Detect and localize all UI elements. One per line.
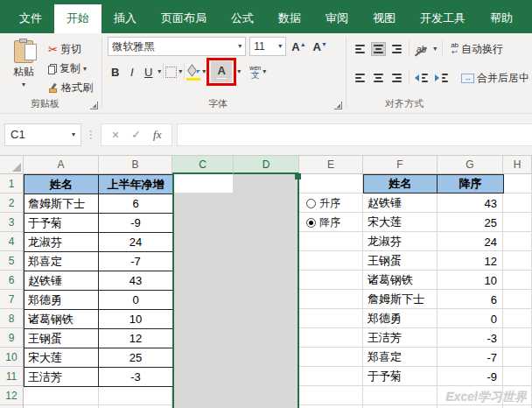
fill-color-icon[interactable] xyxy=(186,67,200,77)
header-cell-name[interactable]: 姓名 xyxy=(364,175,438,193)
format-painter-button[interactable]: 格式刷 xyxy=(46,79,95,97)
col-header-e[interactable]: E xyxy=(299,156,363,174)
col-header-h[interactable]: H xyxy=(503,156,532,174)
merge-center-button[interactable]: ↔ 合并后居中 xyxy=(458,69,532,88)
cell-name[interactable]: 宋大莲 xyxy=(24,348,99,368)
col-header-c[interactable]: C xyxy=(172,156,234,174)
cell-value[interactable]: -9 xyxy=(99,214,173,233)
cell-name[interactable]: 于予菊 xyxy=(24,214,99,233)
sort-option-ascending[interactable]: 升序 xyxy=(301,193,363,213)
middle-align-button[interactable] xyxy=(372,43,385,55)
tab-home[interactable]: 开始 xyxy=(54,4,102,33)
row-header-9[interactable]: 9 xyxy=(0,328,23,348)
cell-value[interactable]: 25 xyxy=(438,213,503,232)
cell-value[interactable]: 25 xyxy=(99,348,173,368)
cell-value[interactable]: 0 xyxy=(438,309,503,328)
cell-name[interactable]: 诸葛钢铁 xyxy=(24,310,99,329)
cell-value[interactable]: 43 xyxy=(438,193,503,213)
row-header-4[interactable]: 4 xyxy=(0,232,23,251)
cell-name[interactable]: 郑德勇 xyxy=(24,291,99,310)
select-all-button[interactable] xyxy=(0,156,24,174)
tab-data[interactable]: 数据 xyxy=(266,4,313,33)
font-size-combo[interactable]: 11 ▾ xyxy=(249,37,286,56)
col-header-b[interactable]: B xyxy=(99,156,172,174)
underline-button[interactable]: U xyxy=(141,66,156,79)
cell-name[interactable]: 龙淑芬 xyxy=(24,233,99,252)
paste-button[interactable]: 粘贴 ▾ xyxy=(5,37,42,96)
cell-value[interactable]: 10 xyxy=(99,310,173,329)
decrease-font-button[interactable]: A▼ xyxy=(312,40,329,53)
cell-name[interactable]: 赵铁锤 xyxy=(363,193,438,213)
name-box[interactable]: C1 ▾ xyxy=(4,123,81,146)
enter-icon[interactable]: ✓ xyxy=(131,128,141,141)
cell-value[interactable]: -3 xyxy=(438,328,503,348)
chevron-down-icon[interactable]: ▾ xyxy=(433,46,437,53)
chevron-down-icon[interactable]: ▾ xyxy=(202,68,206,75)
cell-name[interactable]: 郑喜定 xyxy=(24,252,99,271)
cell-value[interactable]: 12 xyxy=(438,251,503,271)
chevron-down-icon[interactable]: ▾ xyxy=(178,68,182,75)
font-dialog-launcher[interactable] xyxy=(334,102,342,109)
tab-help[interactable]: 帮助 xyxy=(478,4,525,33)
radio-unchecked-icon[interactable] xyxy=(306,199,316,208)
cancel-icon[interactable]: × xyxy=(112,128,119,142)
radio-checked-icon[interactable] xyxy=(306,218,316,228)
formula-bar-grip[interactable]: ⋮ xyxy=(86,129,96,141)
tab-insert[interactable]: 插入 xyxy=(102,4,149,33)
italic-button[interactable]: I xyxy=(124,66,139,79)
row-header-12[interactable]: 12 xyxy=(0,386,23,405)
active-cell-c1[interactable] xyxy=(174,174,234,193)
sort-option-descending[interactable]: 降序 xyxy=(301,213,363,232)
chevron-down-icon[interactable]: ▾ xyxy=(237,68,241,75)
align-right-button[interactable] xyxy=(390,72,403,84)
tab-view[interactable]: 视图 xyxy=(360,4,408,33)
col-header-a[interactable]: A xyxy=(24,156,99,174)
bold-button[interactable]: B xyxy=(108,66,122,79)
cell-value[interactable]: -9 xyxy=(438,367,503,386)
wrap-text-button[interactable]: ab ↩ 自动换行 xyxy=(448,40,506,59)
col-header-d[interactable]: D xyxy=(234,156,299,174)
cell-name[interactable]: 于予菊 xyxy=(363,367,438,386)
cell-name[interactable]: 詹姆斯下士 xyxy=(24,194,99,214)
tab-page-layout[interactable]: 页面布局 xyxy=(149,4,219,33)
row-header-5[interactable]: 5 xyxy=(0,251,23,271)
selected-columns-overlay[interactable] xyxy=(172,174,299,408)
increase-indent-button[interactable] xyxy=(435,72,450,84)
font-name-combo[interactable]: 微软雅黑 ▾ xyxy=(108,37,246,56)
cell-value[interactable]: 43 xyxy=(99,271,173,291)
cell-value[interactable]: -7 xyxy=(99,252,173,271)
row-header-10[interactable]: 10 xyxy=(0,348,23,367)
row-header-11[interactable]: 11 xyxy=(0,367,23,386)
align-center-button[interactable] xyxy=(372,72,385,84)
clipboard-dialog-launcher[interactable] xyxy=(90,102,98,109)
header-cell-value[interactable]: 降序 xyxy=(438,175,503,193)
cell-name[interactable]: 王钢蛋 xyxy=(363,251,438,271)
orientation-button[interactable]: ab xyxy=(415,45,428,54)
insert-function-icon[interactable]: fx xyxy=(153,128,161,142)
cell-name[interactable]: 郑德勇 xyxy=(363,309,438,328)
col-header-f[interactable]: F xyxy=(363,156,438,174)
cell-value[interactable]: 24 xyxy=(99,233,173,252)
cell-name[interactable]: 詹姆斯下士 xyxy=(363,290,438,309)
cell-name[interactable]: 王钢蛋 xyxy=(24,329,99,348)
copy-button[interactable]: 复制 ▾ xyxy=(46,60,95,78)
row-header-2[interactable]: 2 xyxy=(0,193,23,213)
row-header-7[interactable]: 7 xyxy=(0,290,23,309)
tab-review[interactable]: 审阅 xyxy=(313,4,360,33)
tab-developer[interactable]: 开发工具 xyxy=(408,4,478,33)
tab-formulas[interactable]: 公式 xyxy=(219,4,266,33)
align-left-button[interactable] xyxy=(354,72,367,84)
cell-name[interactable]: 赵铁锤 xyxy=(24,271,99,291)
row-header-6[interactable]: 6 xyxy=(0,271,23,290)
cell-name[interactable]: 龙淑芬 xyxy=(363,232,438,251)
col-header-g[interactable]: G xyxy=(438,156,503,174)
cell-value[interactable]: 0 xyxy=(99,291,173,310)
header-cell-value[interactable]: 上半年净增 xyxy=(99,175,173,194)
font-color-button[interactable]: A xyxy=(211,61,232,82)
column-h-cells[interactable] xyxy=(503,174,532,408)
increase-font-button[interactable]: A▲ xyxy=(290,40,307,53)
formula-input[interactable] xyxy=(177,123,532,146)
top-align-button[interactable] xyxy=(354,43,367,55)
cell-value[interactable]: 12 xyxy=(99,329,173,348)
row-header-1[interactable]: 1 xyxy=(0,174,23,193)
